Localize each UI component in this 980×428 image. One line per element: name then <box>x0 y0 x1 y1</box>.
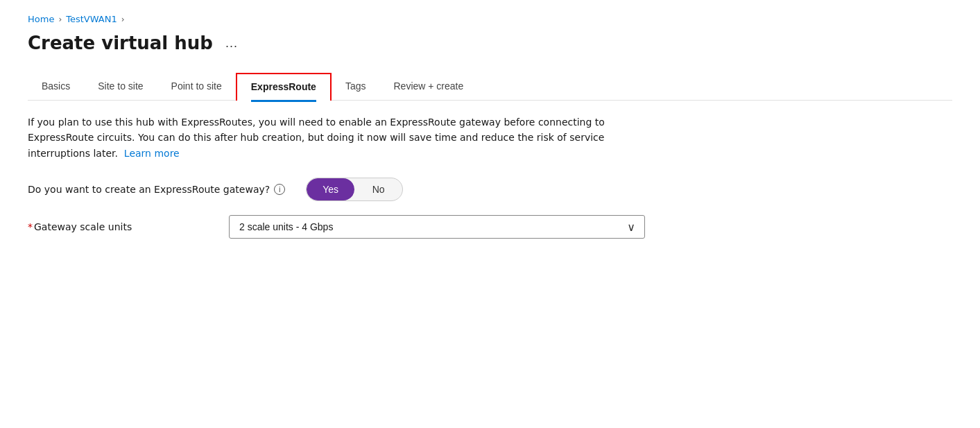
tab-basics[interactable]: Basics <box>28 74 84 100</box>
breadcrumb-sep-1: › <box>58 15 62 24</box>
tab-review-create[interactable]: Review + create <box>380 74 478 100</box>
description-text: If you plan to use this hub with Express… <box>28 114 617 161</box>
breadcrumb: Home › TestVWAN1 › <box>28 14 952 24</box>
scale-units-select-wrapper: 1 scale unit - 2 Gbps 2 scale units - 4 … <box>229 215 645 239</box>
breadcrumb-vwan[interactable]: TestVWAN1 <box>66 14 117 24</box>
scale-units-select[interactable]: 1 scale unit - 2 Gbps 2 scale units - 4 … <box>229 215 645 239</box>
tab-site-to-site[interactable]: Site to site <box>84 74 157 100</box>
scale-units-label: * Gateway scale units <box>28 221 208 232</box>
gateway-question-label: Do you want to create an ExpressRoute ga… <box>28 184 285 195</box>
yes-no-toggle: Yes No <box>306 178 403 201</box>
tabs-container: Basics Site to site Point to site Expres… <box>28 73 952 101</box>
ellipsis-button[interactable]: ... <box>221 35 242 52</box>
tab-point-to-site[interactable]: Point to site <box>157 74 236 100</box>
breadcrumb-home[interactable]: Home <box>28 14 54 24</box>
page-title: Create virtual hub <box>28 33 213 53</box>
page-header: Create virtual hub ... <box>28 33 952 53</box>
toggle-no-button[interactable]: No <box>354 178 402 200</box>
tab-tags[interactable]: Tags <box>332 74 380 100</box>
breadcrumb-sep-2: › <box>121 15 125 24</box>
gateway-question-row: Do you want to create an ExpressRoute ga… <box>28 178 952 201</box>
learn-more-link[interactable]: Learn more <box>124 148 180 159</box>
gateway-info-icon[interactable]: i <box>274 184 285 195</box>
scale-units-row: * Gateway scale units 1 scale unit - 2 G… <box>28 215 952 239</box>
required-star: * <box>28 221 33 232</box>
tab-expressroute[interactable]: ExpressRoute <box>236 73 332 101</box>
page-container: Home › TestVWAN1 › Create virtual hub ..… <box>0 0 980 266</box>
toggle-yes-button[interactable]: Yes <box>307 178 354 200</box>
